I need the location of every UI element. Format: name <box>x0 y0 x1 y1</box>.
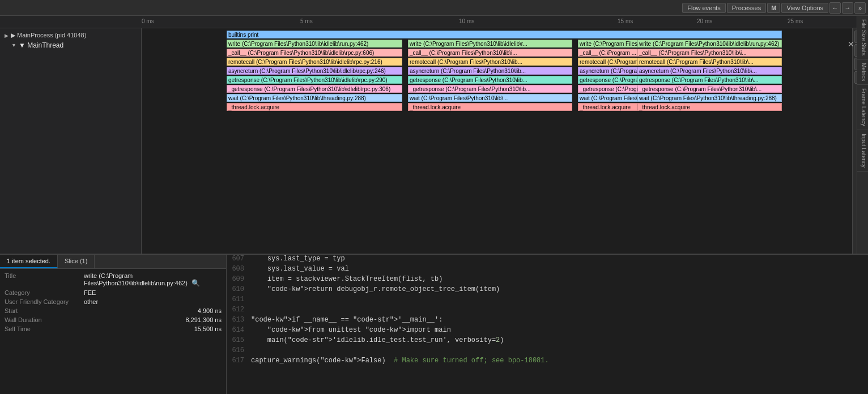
flow-events-button[interactable]: Flow events <box>682 3 726 13</box>
detail-row-wall: Wall Duration 8,291,300 ns <box>5 316 222 323</box>
code-line-text: capture_warnings("code-kw">False) # Make… <box>251 357 549 365</box>
flame-block[interactable]: _call__ (C:\Program Files\Python310\lib\… <box>227 49 402 57</box>
self-value: 15,500 ns <box>84 326 222 332</box>
ruler-tick-15ms: 15 ms <box>618 18 633 24</box>
view-options-button[interactable]: View Options <box>781 3 828 13</box>
ruler-tick-0ms: 0 ms <box>142 18 154 24</box>
user-category-value: other <box>84 298 222 305</box>
frame-latency-tab[interactable]: Frame Latency <box>857 85 868 130</box>
code-panel[interactable]: 607 sys.last_type = typ608 sys.last_valu… <box>227 255 868 394</box>
nav-left-button[interactable]: ← <box>829 2 841 14</box>
code-line: 612 <box>227 306 868 316</box>
thread-labels: ▶ ▶ MainProcess (pid 41048) ▼ ▼ MainThre… <box>0 28 142 254</box>
flame-block[interactable]: builtins print <box>227 31 782 38</box>
flame-track: builtins printwrite (C:\Program Files\Py… <box>142 31 868 130</box>
code-line-text: sys.last_value = val <box>251 265 349 273</box>
code-line-text: main("code-str">'idlelib.idle_test.test_… <box>251 336 504 344</box>
flame-block[interactable]: _thread.lock.acquire <box>637 103 782 111</box>
flame-block[interactable]: _thread.lock.acquire <box>227 103 402 111</box>
flame-block[interactable]: getresponse (C:\Program Files\Python310\… <box>227 76 402 84</box>
flame-block[interactable]: _getresponse (C:\Program Files\Python310… <box>637 85 782 93</box>
wall-label: Wall Duration <box>5 316 84 323</box>
code-line-number: 615 <box>231 336 251 344</box>
process-name: ▶ MainProcess (pid 41048) <box>11 32 86 39</box>
flame-block[interactable]: _getresponse (C:\Program Files\Python310… <box>408 85 572 93</box>
title-link-icon[interactable]: 🔍 <box>192 279 200 287</box>
thread-name: ▼ MainThread <box>19 41 63 49</box>
detail-tabs: 1 item selected. Slice (1) <box>0 255 226 269</box>
tab-selected[interactable]: 1 item selected. <box>0 255 58 268</box>
code-line: 614 "code-kw">from unittest "code-kw">im… <box>227 326 868 336</box>
self-label: Self Time <box>5 326 84 332</box>
process-label: ▶ ▶ MainProcess (pid 41048) <box>2 31 139 40</box>
nav-more-button[interactable]: » <box>854 2 866 14</box>
nav-right-button[interactable]: → <box>842 2 853 14</box>
code-line-number: 616 <box>231 346 251 354</box>
detail-row-self: Self Time 15,500 ns <box>5 326 222 332</box>
flame-block[interactable]: asyncreturn (C:\Program Files\Python310\… <box>637 67 782 75</box>
code-line-number: 607 <box>231 255 251 263</box>
flame-block[interactable]: write (C:\Program Files\Python310\lib\id… <box>637 40 782 48</box>
code-line: 617capture_warnings("code-kw">False) # M… <box>227 357 868 367</box>
m-button[interactable]: M <box>767 3 780 13</box>
flame-block[interactable]: wait (C:\Program Files\Python310\lib\thr… <box>227 94 402 102</box>
detail-row-category: Category FEE <box>5 289 222 296</box>
code-line-text: item = stackviewer.StackTreeItem(flist, … <box>251 275 442 283</box>
code-line-text: "code-kw">return debugobj_r.remote_objec… <box>251 285 500 293</box>
thread-area: ▶ ▶ MainProcess (pid 41048) ▼ ▼ MainThre… <box>0 28 868 254</box>
tab-slice[interactable]: Slice (1) <box>58 255 95 268</box>
code-line-number: 617 <box>231 357 251 365</box>
right-vertical-tabs: File Size Stats Metrics Frame Latency In… <box>857 16 868 254</box>
trace-container: 0 ms 5 ms 10 ms 15 ms 20 ms 25 ms ▶ ▶ Ma… <box>0 16 868 254</box>
flame-block[interactable]: getresponse (C:\Program Files\Python310\… <box>637 76 782 84</box>
flame-block[interactable]: getresponse (C:\Program Files\Python310\… <box>408 76 572 84</box>
flame-block[interactable]: _call__ (C:\Program Files\Python310\lib\… <box>637 49 782 57</box>
flame-block[interactable]: _call__ (C:\Program Files\Python310\lib\… <box>408 49 572 57</box>
flame-block[interactable]: write (C:\Program Files\Python310\lib\id… <box>408 40 572 48</box>
metrics-tab[interactable]: Metrics <box>857 59 868 85</box>
toolbar: Flow events Processes M View Options ← →… <box>0 0 868 16</box>
processes-button[interactable]: Processes <box>727 3 766 13</box>
start-label: Start <box>5 307 84 314</box>
input-latency-tab[interactable]: Input Latency <box>857 130 868 172</box>
detail-row-title: Title write (C:\Program Files\Python310\… <box>5 272 222 287</box>
bottom-panel: 1 item selected. Slice (1) Title write (… <box>0 254 868 394</box>
thread-label[interactable]: ▼ ▼ MainThread <box>2 40 139 50</box>
code-line-number: 612 <box>231 306 251 314</box>
ruler-tick-20ms: 20 ms <box>697 18 712 24</box>
code-line-text: "code-kw">if __name__ == "code-str">'__m… <box>251 316 442 324</box>
flame-block[interactable]: wait (C:\Program Files\Python310\lib\thr… <box>637 94 782 102</box>
flame-block[interactable]: _thread.lock.acquire <box>408 103 572 111</box>
flame-block[interactable]: remotecall (C:\Program Files\Python310\l… <box>637 58 782 66</box>
file-size-stats-tab[interactable]: File Size Stats <box>857 16 868 59</box>
detail-row-user-category: User Friendly Category other <box>5 298 222 305</box>
code-line: 613"code-kw">if __name__ == "code-str">'… <box>227 316 868 326</box>
flame-block[interactable]: _getresponse (C:\Program Files\Python310… <box>227 85 402 93</box>
code-line-number: 610 <box>231 285 251 293</box>
code-line-number: 614 <box>231 326 251 334</box>
close-button[interactable]: ✕ <box>846 40 856 49</box>
title-value: write (C:\Program Files\Python310\lib\id… <box>84 272 222 287</box>
flame-area[interactable]: builtins printwrite (C:\Program Files\Py… <box>142 28 868 254</box>
code-line: 607 sys.last_type = typ <box>227 255 868 265</box>
ruler-tick-10ms: 10 ms <box>459 18 474 24</box>
flame-block[interactable]: asyncreturn (C:\Program Files\Python310\… <box>227 67 402 75</box>
flame-block[interactable]: write (C:\Program Files\Python310\lib\id… <box>227 40 402 48</box>
ruler-tick-5ms: 5 ms <box>300 18 313 24</box>
code-line-number: 611 <box>231 296 251 303</box>
category-value: FEE <box>84 289 222 296</box>
process-triangle: ▶ <box>5 33 8 38</box>
code-line: 616 <box>227 346 868 357</box>
flame-block[interactable]: remotecall (C:\Program Files\Python310\l… <box>408 58 572 66</box>
flame-block[interactable]: asyncreturn (C:\Program Files\Python310\… <box>408 67 572 75</box>
code-line: 615 main("code-str">'idlelib.idle_test.t… <box>227 336 868 346</box>
code-line: 609 item = stackviewer.StackTreeItem(fli… <box>227 275 868 285</box>
flame-block[interactable]: wait (C:\Program Files\Python310\lib\... <box>408 94 572 102</box>
detail-row-start: Start 4,900 ns <box>5 307 222 314</box>
flame-block[interactable]: remotecall (C:\Program Files\Python310\l… <box>227 58 402 66</box>
detail-panel: 1 item selected. Slice (1) Title write (… <box>0 255 227 394</box>
thread-triangle: ▼ <box>11 42 16 48</box>
code-line: 610 "code-kw">return debugobj_r.remote_o… <box>227 285 868 296</box>
category-label: Category <box>5 289 84 296</box>
code-line-number: 609 <box>231 275 251 283</box>
